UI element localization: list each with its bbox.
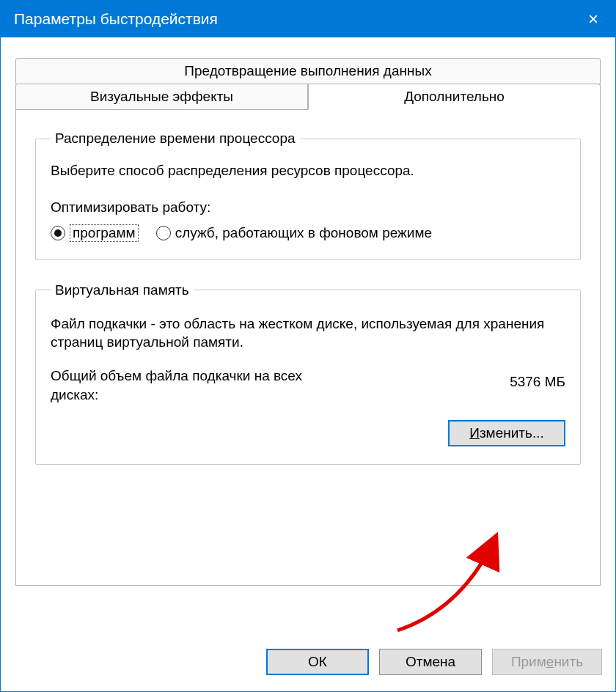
vm-desc: Файл подкачки - это область на жестком д… (51, 314, 565, 352)
tab-control: Предотвращение выполнения данных Визуаль… (15, 58, 601, 586)
window-title: Параметры быстродействия (14, 10, 218, 28)
cpu-desc: Выберите способ распределения ресурсов п… (51, 161, 565, 180)
titlebar: Параметры быстродействия × (1, 1, 615, 37)
apply-button[interactable]: Применить (492, 649, 602, 675)
radio-programs-label: программ (70, 224, 139, 242)
tab-visual-label: Визуальные эффекты (90, 89, 233, 104)
radio-background-services[interactable]: служб, работающих в фоновом режиме (156, 225, 432, 241)
radio-programs-icon (51, 226, 65, 240)
group-cpu-scheduling: Распределение времени процессора Выберит… (35, 130, 581, 260)
content-area: Предотвращение выполнения данных Визуаль… (1, 37, 615, 641)
radio-services-label: служб, работающих в фоновом режиме (175, 225, 432, 241)
tab-visual-effects[interactable]: Визуальные эффекты (15, 84, 308, 110)
close-button[interactable]: × (571, 1, 615, 37)
ok-button[interactable]: ОК (266, 649, 369, 675)
radio-services-icon (156, 226, 171, 240)
vm-total-value: 5376 МБ (510, 367, 565, 390)
change-button[interactable]: Изменить... (448, 420, 565, 446)
performance-options-window: Параметры быстродействия × Предотвращени… (0, 0, 616, 692)
group-virtual-memory: Виртуальная память Файл подкачки - это о… (35, 282, 581, 465)
tab-dep[interactable]: Предотвращение выполнения данных (15, 58, 601, 84)
vm-total-label: Общий объем файла подкачки на всех диска… (51, 367, 344, 404)
vm-total-row: Общий объем файла подкачки на всех диска… (51, 367, 565, 404)
tab-advanced[interactable]: Дополнительно (308, 84, 601, 110)
tab-panel-advanced: Распределение времени процессора Выберит… (15, 109, 601, 586)
tab-dep-label: Предотвращение выполнения данных (184, 63, 431, 78)
group-vm-legend: Виртуальная память (51, 282, 194, 298)
annotation-arrow-icon (383, 520, 515, 638)
optimize-label: Оптимизировать работу: (51, 199, 565, 216)
dialog-footer: ОК Отмена Применить (1, 641, 615, 691)
cancel-button[interactable]: Отмена (379, 649, 482, 675)
group-cpu-legend: Распределение времени процессора (51, 130, 300, 147)
tab-advanced-label: Дополнительно (404, 89, 505, 104)
radio-row: программ служб, работающих в фоновом реж… (51, 224, 565, 242)
radio-programs[interactable]: программ (51, 224, 139, 242)
close-icon: × (588, 9, 598, 29)
